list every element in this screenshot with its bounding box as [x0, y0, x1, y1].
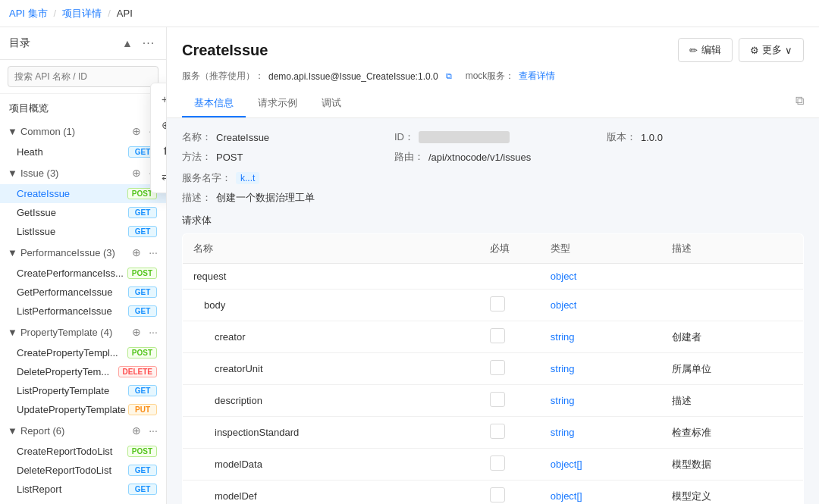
sidebar-list: 项目概览 ▼ Common (1) ⊕ ··· Heath GET	[0, 94, 166, 504]
group-report-add[interactable]: ⊕	[130, 424, 143, 437]
sidebar-header-actions: ▲ ···	[119, 35, 157, 52]
api-listperformance[interactable]: ListPerformanceIssue GET	[0, 302, 166, 321]
more-options-icon[interactable]: ···	[140, 35, 157, 52]
api-getissue[interactable]: GetIssue GET	[0, 203, 166, 222]
table-row: description string 描述	[183, 385, 804, 417]
collapse-arrow-perf: ▼	[8, 247, 17, 258]
row-desc-body	[661, 290, 804, 321]
tab-debug[interactable]: 调试	[309, 90, 353, 117]
gear-icon: ⚙	[750, 45, 759, 56]
api-listproperty[interactable]: ListPropertyTemplate GET	[0, 381, 166, 400]
circle-plus-icon: ⊕	[162, 119, 167, 131]
api-deleteproperty[interactable]: DeletePropertyTem... DELETE	[0, 362, 166, 381]
row-desc-modeldata: 模型数据	[661, 449, 804, 481]
more-label: 更多	[762, 43, 782, 57]
api-heath-name: Heath	[17, 146, 128, 158]
breadcrumb-project-detail[interactable]: 项目详情	[62, 7, 102, 20]
tab-basic-info[interactable]: 基本信息	[182, 90, 246, 117]
api-createperformance[interactable]: CreatePerformanceIss... POST	[0, 264, 166, 283]
row-type-description[interactable]: string	[551, 395, 575, 406]
info-grid: 名称： CreateIssue ID： 版本： 1.0.0 方法： POST	[182, 130, 804, 164]
collapse-icon[interactable]: ▲	[119, 35, 136, 52]
row-type-inspectionstandard[interactable]: string	[551, 427, 575, 438]
api-deleteproperty-name: DeletePropertyTem...	[17, 366, 118, 377]
dropdown-new-api[interactable]: ⊕ 新建接口	[151, 112, 167, 138]
checkbox-body	[490, 296, 505, 311]
group-propertytemplate[interactable]: ▼ PropertyTemplate (4) ⊕ ···	[0, 321, 166, 343]
group-common-add[interactable]: ⊕	[130, 124, 143, 138]
api-createreport-method: POST	[127, 446, 157, 457]
group-report[interactable]: ▼ Report (6) ⊕ ···	[0, 419, 166, 442]
group-issue[interactable]: ▼ Issue (3) ⊕ ···	[0, 161, 166, 184]
api-listproperty-name: ListPropertyTemplate	[17, 385, 128, 396]
more-button[interactable]: ⚙ 更多 ∨	[739, 38, 804, 62]
content-body: 名称： CreateIssue ID： 版本： 1.0.0 方法： POST	[167, 118, 819, 504]
row-type-creator[interactable]: string	[551, 331, 575, 343]
field-id-blurred	[419, 131, 510, 143]
field-version: 版本： 1.0.0	[607, 130, 804, 144]
field-name: 名称： CreateIssue	[182, 130, 379, 144]
row-name-modeldef: modelDef	[183, 481, 479, 505]
group-perf-add[interactable]: ⊕	[130, 246, 143, 259]
copy-icon[interactable]: ⧉	[446, 71, 452, 81]
collapse-arrow-report: ▼	[8, 425, 17, 437]
breadcrumb-api-market[interactable]: API 集市	[9, 7, 48, 20]
group-prop-more[interactable]: ···	[146, 325, 160, 339]
import-icon: ⬆	[162, 145, 167, 157]
api-listreport-method: GET	[128, 484, 157, 495]
table-row: modelDef object[] 模型定义	[183, 481, 804, 505]
api-createissue[interactable]: CreateIssue POST	[0, 184, 166, 203]
row-name-description: description	[183, 385, 479, 417]
api-getperformance-name: GetPerformanceIssue	[17, 286, 128, 298]
group-prop-add[interactable]: ⊕	[130, 325, 143, 339]
mock-link[interactable]: 查看详情	[519, 70, 555, 83]
row-type-modeldata[interactable]: object[]	[551, 459, 582, 470]
group-issue-label: Issue (3)	[20, 167, 59, 179]
group-perf-more[interactable]: ···	[146, 246, 160, 259]
api-getperformance[interactable]: GetPerformanceIssue GET	[0, 283, 166, 302]
table-row: creator string 创建者	[183, 321, 804, 353]
edit-button[interactable]: ✏ 编辑	[678, 38, 733, 62]
group-common[interactable]: ▼ Common (1) ⊕ ···	[0, 120, 166, 142]
checkbox-creatorunit	[490, 360, 505, 375]
group-common-label: Common (1)	[20, 126, 75, 137]
col-type: 类型	[540, 234, 661, 264]
sidebar-header: 目录 ▲ ···	[0, 27, 166, 60]
row-desc-modeldef: 模型定义	[661, 481, 804, 505]
group-report-more[interactable]: ···	[146, 424, 160, 437]
api-updateproperty[interactable]: UpdatePropertyTemplate PUT	[0, 400, 166, 419]
api-listreport-name: ListReport	[17, 484, 128, 495]
row-desc-description: 描述	[661, 385, 804, 417]
row-type-body[interactable]: object	[551, 299, 577, 311]
api-createreport[interactable]: CreateReportTodoList POST	[0, 442, 166, 461]
search-input[interactable]	[8, 66, 158, 87]
row-name-request: request	[183, 264, 479, 290]
api-deletereport[interactable]: DeleteReportTodoList GET	[0, 461, 166, 480]
dropdown-new-dir[interactable]: + 新建目录	[151, 86, 167, 112]
group-issue-add[interactable]: ⊕	[130, 166, 143, 180]
row-type-request[interactable]: object	[551, 271, 577, 282]
sidebar-overview[interactable]: 项目概览	[0, 97, 166, 120]
row-type-modeldef[interactable]: object[]	[551, 490, 582, 502]
api-createperformance-method: POST	[127, 268, 157, 279]
checkbox-description	[490, 392, 505, 407]
api-listreport[interactable]: ListReport GET	[0, 480, 166, 499]
row-desc-creator: 创建者	[661, 321, 804, 353]
edit-icon: ✏	[689, 45, 698, 56]
tab-request-example[interactable]: 请求示例	[246, 90, 309, 117]
top-bar: API 集市 / 项目详情 / API	[0, 0, 819, 27]
field-desc-value: 创建一个数据治理工单	[216, 191, 315, 205]
group-performanceissue[interactable]: ▼ PerformanceIssue (3) ⊕ ···	[0, 241, 166, 264]
api-listissue-method: GET	[128, 226, 157, 237]
row-type-creatorunit[interactable]: string	[551, 363, 575, 374]
plus-icon: +	[162, 93, 167, 105]
dropdown-show-id[interactable]: ⇄ API 显示为 ID	[151, 164, 167, 189]
api-createproperty[interactable]: CreatePropertyTempl... POST	[0, 343, 166, 362]
group-perf-label: PerformanceIssue (3)	[20, 247, 115, 258]
dropdown-import-api[interactable]: ⬆ 导入接口	[151, 138, 167, 164]
copy-page-icon[interactable]: ⧉	[795, 94, 804, 108]
swap-icon: ⇄	[162, 171, 167, 183]
api-listissue[interactable]: ListIssue GET	[0, 222, 166, 241]
header-actions: ✏ 编辑 ⚙ 更多 ∨	[678, 38, 804, 62]
api-heath[interactable]: Heath GET	[0, 142, 166, 161]
